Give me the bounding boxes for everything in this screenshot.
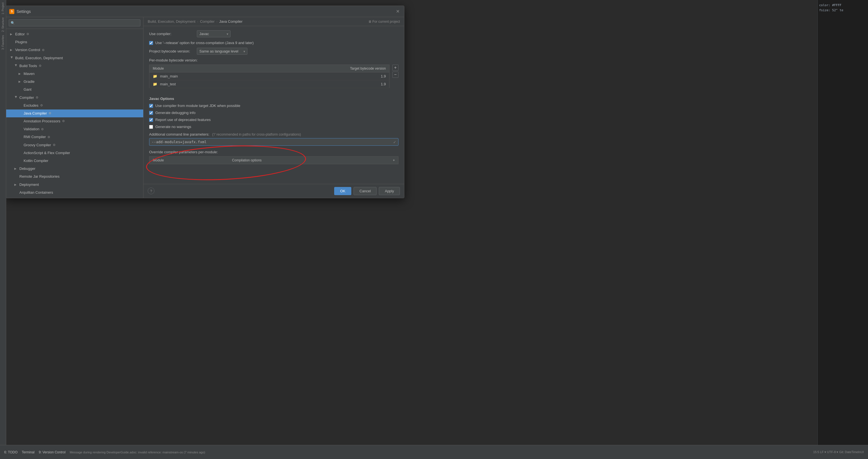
nav-label-validation: Validation — [24, 127, 39, 132]
nav-item-plugins[interactable]: ▶ Plugins — [6, 38, 143, 46]
use-compiler-row: Use compiler: Javac Eclipse ▼ — [149, 30, 399, 37]
override-col-add[interactable]: + — [390, 157, 399, 164]
nav-item-arquillian[interactable]: ▶ Arquillian Containers — [6, 189, 143, 197]
bottom-bar: 6: TODO Terminal 9: Version Control Mess… — [0, 445, 868, 459]
nav-item-gradle[interactable]: ▶ Gradle — [6, 78, 143, 86]
dialog-overlay: S Settings ✕ 🔍 ▶ Editor — [0, 0, 817, 445]
module-name-1: main_main — [160, 74, 178, 78]
nav-label-java-compiler: Java Compiler — [24, 111, 47, 116]
additional-params-input-wrapper: ✓ — [149, 138, 399, 146]
nav-item-build-tools[interactable]: ▶ Build Tools ⚙ — [6, 62, 143, 70]
bottom-tab-vc[interactable]: 9: Version Control — [39, 450, 65, 454]
nav-item-version-control[interactable]: ▶ Version Control ⚙ — [6, 46, 143, 54]
bytecode-remove-button[interactable]: − — [392, 72, 399, 78]
nav-label-maven: Maven — [24, 71, 35, 76]
override-col-options: Compilation options — [228, 157, 390, 164]
gear-icon-rmi: ⚙ — [48, 135, 50, 139]
nav-label-gradle: Gradle — [24, 79, 35, 84]
nav-item-deployment[interactable]: ▶ Deployment — [6, 181, 143, 189]
settings-icon: S — [9, 9, 14, 14]
override-label: Override compiler parameters per-module: — [149, 150, 399, 154]
left-panel: 🔍 ▶ Editor ⚙ ▶ Plugins ▶ — [6, 17, 144, 198]
nav-arrow-vc: ▶ — [10, 48, 13, 52]
gear-icon-annot: ⚙ — [62, 119, 65, 123]
nav-item-maven[interactable]: ▶ Maven — [6, 70, 143, 78]
gear-icon-validation: ⚙ — [41, 127, 44, 131]
additional-params-hint: ('/' recommended in paths for cross-plat… — [212, 132, 301, 136]
help-button[interactable]: ? — [148, 188, 154, 194]
bottom-tab-todo[interactable]: 6: TODO — [4, 450, 18, 454]
sidebar-tab-favorites[interactable]: 3: Favorites — [1, 34, 5, 51]
bytecode-version-select[interactable]: Same as language level 1.8 1.9 11 — [197, 48, 247, 55]
table-row: 📁 main_test 1.9 — [149, 80, 390, 88]
nav-item-java-compiler[interactable]: ▶ Java Compiler ⚙ — [6, 109, 143, 117]
nav-arrow-deployment: ▶ — [14, 183, 18, 187]
nav-item-build-exec[interactable]: ▶ Build, Execution, Deployment — [6, 54, 143, 62]
javac-options-header: Javac Options — [149, 97, 399, 101]
nav-label-annot: Annotation Processors — [24, 119, 60, 124]
gear-icon-groovy: ⚙ — [53, 143, 56, 147]
nav-label-plugins: Plugins — [15, 40, 27, 45]
nav-item-debugger[interactable]: ▶ Debugger — [6, 165, 143, 173]
nav-label-vc: Version Control — [15, 47, 40, 53]
nav-item-editor[interactable]: ▶ Editor ⚙ — [6, 30, 143, 38]
cancel-button[interactable]: Cancel — [353, 187, 377, 195]
nav-label-as: ActionScript & Flex Compiler — [24, 151, 70, 156]
release-option-checkbox[interactable] — [149, 41, 153, 45]
nav-item-actionscript[interactable]: ▶ ActionScript & Flex Compiler — [6, 149, 143, 157]
ide-left-bar: 1: Project 2: Structure 3: Favorites — [0, 0, 6, 445]
use-compiler-label: Use compiler: — [149, 32, 194, 36]
ok-button[interactable]: OK — [334, 187, 351, 195]
search-input[interactable] — [9, 20, 141, 26]
option-row-4: Generate no warnings — [149, 125, 399, 129]
additional-params-section: Additional command line parameters: ('/'… — [149, 132, 399, 146]
nav-item-kotlin-compiler[interactable]: ▶ Kotlin Compiler — [6, 157, 143, 165]
dialog-titlebar: S Settings ✕ — [6, 6, 404, 17]
override-col-module: Module — [149, 157, 229, 164]
option-checkbox-1[interactable] — [149, 104, 153, 108]
compiler-select[interactable]: Javac Eclipse — [197, 30, 230, 37]
module-name-2: main_test — [160, 82, 176, 86]
project-icon: 🖥 — [368, 20, 372, 24]
ide-editor-panel: color: #FFFF fsize: 52" te — [817, 0, 868, 459]
nav-item-annotation-processors[interactable]: ▶ Annotation Processors ⚙ — [6, 117, 143, 125]
bytecode-table: Module Target bytecode version 📁 main_ma… — [149, 65, 390, 88]
nav-label-build-tools: Build Tools — [20, 63, 37, 68]
option-row-3: Report use of deprecated features — [149, 118, 399, 122]
dialog-body: 🔍 ▶ Editor ⚙ ▶ Plugins ▶ — [6, 17, 404, 198]
input-check-icon: ✓ — [393, 140, 396, 144]
apply-button[interactable]: Apply — [379, 187, 400, 195]
option-checkbox-4[interactable] — [149, 125, 153, 129]
bottom-tab-terminal[interactable]: Terminal — [22, 450, 35, 454]
option-label-4: Generate no warnings — [155, 125, 191, 129]
module-cell-2: 📁 main_test — [149, 80, 252, 88]
nav-item-rmi-compiler[interactable]: ▶ RMI Compiler ⚙ — [6, 133, 143, 141]
search-input-wrapper: 🔍 — [9, 20, 141, 26]
nav-item-validation[interactable]: ▶ Validation ⚙ — [6, 125, 143, 133]
nav-item-groovy-compiler[interactable]: ▶ Groovy Compiler ⚙ — [6, 141, 143, 149]
bytecode-add-button[interactable]: + — [392, 65, 399, 71]
table-row: 📁 main_main 1.9 — [149, 72, 390, 80]
additional-params-input[interactable] — [149, 138, 399, 146]
option-checkbox-2[interactable] — [149, 111, 153, 115]
nav-tree: ▶ Editor ⚙ ▶ Plugins ▶ Version Control ⚙ — [6, 29, 143, 198]
nav-item-excludes[interactable]: ▶ Excludes ⚙ — [6, 102, 143, 109]
sidebar-tab-structure[interactable]: 2: Structure — [1, 16, 5, 33]
breadcrumb-sep1: › — [197, 20, 198, 24]
nav-item-gant[interactable]: ▶ Gant — [6, 86, 143, 94]
option-checkbox-3[interactable] — [149, 118, 153, 122]
nav-label-debugger: Debugger — [20, 166, 35, 171]
nav-label-groovy: Groovy Compiler — [24, 142, 51, 147]
nav-item-compiler[interactable]: ▶ Compiler ⚙ — [6, 94, 143, 102]
compiler-select-wrapper: Javac Eclipse ▼ — [197, 30, 230, 37]
nav-label-compiler: Compiler — [20, 95, 34, 100]
close-button[interactable]: ✕ — [395, 8, 401, 14]
option-label-2: Generate debugging info — [155, 110, 195, 115]
sidebar-tab-project[interactable]: 1: Project — [1, 1, 5, 15]
nav-label-arquillian: Arquillian Containers — [20, 190, 53, 195]
search-icon: 🔍 — [11, 21, 15, 25]
nav-item-remote-jar[interactable]: ▶ Remote Jar Repositories — [6, 173, 143, 181]
module-cell-1: 📁 main_main — [149, 72, 252, 80]
nav-label-excludes: Excludes — [24, 103, 38, 108]
content-area: Use compiler: Javac Eclipse ▼ Use '--re — [144, 26, 404, 184]
